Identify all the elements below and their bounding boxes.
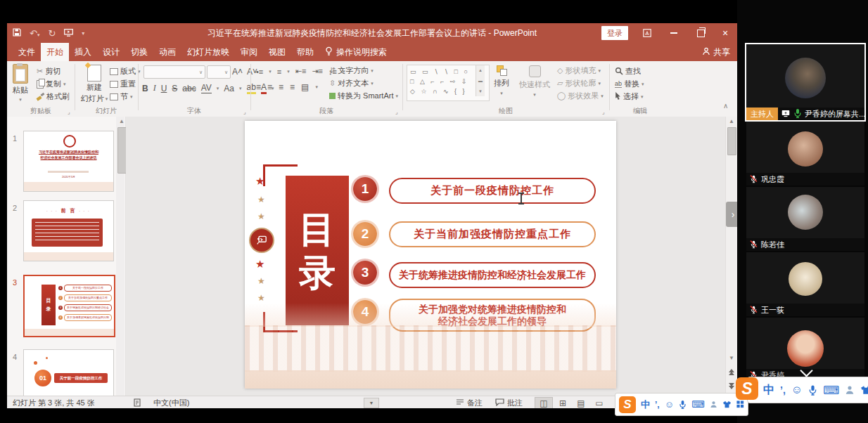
restore-button[interactable]: [689, 23, 713, 43]
char-spacing-button[interactable]: AV: [201, 83, 212, 93]
scrollbar-thumb[interactable]: [727, 127, 736, 155]
previous-slide-button[interactable]: [726, 368, 737, 376]
emoji-icon[interactable]: ☺: [791, 384, 803, 396]
collapse-ribbon-icon[interactable]: ∧: [723, 102, 728, 110]
chinese-mode-icon[interactable]: 中: [763, 383, 774, 398]
emoji-icon[interactable]: ☺: [665, 399, 674, 410]
select-button[interactable]: 选择▾: [615, 91, 644, 102]
voice-input-icon[interactable]: [808, 384, 817, 396]
slide-thumbnail-2[interactable]: · · · 前 言 · · ·: [23, 200, 114, 261]
layout-button[interactable]: 版式▾: [110, 66, 141, 77]
highlight-button[interactable]: ab: [247, 82, 256, 94]
participant-tile[interactable]: 巩忠霞: [746, 122, 864, 186]
keyboard-icon[interactable]: ⌨: [691, 399, 705, 410]
clear-format-button[interactable]: abc: [182, 84, 196, 93]
align-center-button[interactable]: ≡: [267, 82, 272, 92]
minimize-button[interactable]: [662, 23, 686, 43]
find-button[interactable]: 查找: [615, 66, 641, 77]
keyboard-icon[interactable]: ⌨: [823, 384, 839, 397]
skin-shirt-icon[interactable]: [722, 401, 732, 408]
comments-toggle[interactable]: 批注: [495, 396, 523, 408]
reading-view-button[interactable]: ▤: [573, 398, 589, 409]
font-name-combobox[interactable]: ∨: [143, 65, 205, 79]
undo-icon[interactable]: ↶▾: [30, 28, 39, 39]
toc-number-3[interactable]: 3: [353, 261, 377, 285]
slide-thumbnail-3-selected[interactable]: 目录 1关于前一段疫情防控工作 2关于当前加强疫情防控重点工作 3关于统筹推进疫…: [23, 275, 115, 337]
bullets-button[interactable]: •≡: [256, 67, 263, 76]
dialog-launcher-icon[interactable]: ⌟: [602, 109, 605, 115]
columns-button[interactable]: ▤: [301, 82, 309, 92]
tab-review[interactable]: 审阅: [235, 43, 263, 61]
toc-item-3[interactable]: 关于统筹推进疫情防控和经济社会发展工作: [389, 262, 596, 288]
slideshow-view-button[interactable]: ▭: [591, 398, 608, 409]
strikethrough-button[interactable]: S: [172, 84, 177, 93]
slide-thumbnail-1[interactable]: 习近平在统筹推进新冠肺炎疫情防控和 经济社会发展工作部署会议上的讲话 2020年…: [23, 131, 114, 192]
scroll-up-icon[interactable]: ▲: [726, 117, 737, 126]
dialog-launcher-icon[interactable]: ⌟: [68, 109, 70, 115]
tell-me-search[interactable]: 操作说明搜索: [325, 43, 387, 61]
pane-collapse-button[interactable]: ▼: [364, 398, 379, 408]
voice-input-icon[interactable]: [679, 400, 687, 409]
tab-transitions[interactable]: 切换: [125, 43, 153, 61]
cut-button[interactable]: ✂剪切: [37, 66, 60, 77]
shape-fill-button[interactable]: ◇形状填充▾: [557, 65, 601, 76]
tab-insert[interactable]: 插入: [69, 43, 97, 61]
align-left-button[interactable]: ≡: [256, 82, 261, 92]
underline-button[interactable]: U: [161, 84, 167, 93]
punctuation-icon[interactable]: ’,: [655, 400, 660, 410]
toc-item-1[interactable]: 关于前一段疫情防控工作: [389, 178, 596, 204]
participant-tile-host[interactable]: 主持人 尹香婷的屏幕共...: [746, 44, 864, 120]
tab-file[interactable]: 文件: [13, 43, 41, 61]
punctuation-icon[interactable]: ’,: [780, 384, 786, 396]
normal-view-button[interactable]: ◫: [535, 397, 553, 409]
shapes-gallery-scrollbar[interactable]: ▲▬▼: [476, 65, 485, 96]
dialog-launcher-icon[interactable]: ⌟: [243, 109, 246, 115]
justify-button[interactable]: ≡: [290, 82, 295, 92]
increase-indent-button[interactable]: ⇥≡: [312, 67, 323, 76]
tab-home[interactable]: 开始: [41, 43, 69, 61]
format-painter-button[interactable]: 格式刷: [37, 91, 70, 102]
participant-tile[interactable]: 陈若佳: [746, 187, 864, 251]
tab-help[interactable]: 帮助: [291, 43, 319, 61]
shape-effects-button[interactable]: ◯形状效果▾: [557, 91, 604, 101]
tab-design[interactable]: 设计: [97, 43, 125, 61]
input-skin-person-icon[interactable]: [710, 401, 717, 408]
scroll-down-icon[interactable]: ▼: [726, 353, 737, 363]
dialog-launcher-icon[interactable]: ⌟: [395, 109, 398, 115]
decrease-indent-button[interactable]: ⇤≡: [295, 67, 307, 76]
skin-shirt-icon[interactable]: [860, 385, 868, 395]
chinese-mode-icon[interactable]: 中: [641, 398, 650, 411]
copy-button[interactable]: 复制▾: [37, 79, 66, 89]
change-case-button[interactable]: Aa: [224, 84, 234, 93]
customize-qat-icon[interactable]: ▾: [82, 30, 84, 37]
text-direction-button[interactable]: ⇵文字方向▾: [329, 65, 374, 76]
sogou-logo-icon[interactable]: S: [736, 377, 758, 400]
new-slide-button[interactable]: 新建 幻灯片▾: [79, 65, 110, 104]
toc-number-2[interactable]: 2: [353, 222, 377, 246]
tab-animations[interactable]: 动画: [153, 43, 181, 61]
smartart-button[interactable]: 转换为 SmartArt▾: [329, 91, 398, 101]
toc-item-2[interactable]: 关于当前加强疫情防控重点工作: [389, 221, 596, 247]
slide-scrollbar[interactable]: ▲ ▼: [725, 117, 737, 396]
italic-button[interactable]: I: [153, 83, 156, 93]
shape-outline-button[interactable]: ▱形状轮廓▾: [557, 78, 601, 89]
arrange-button[interactable]: 排列 ▾: [494, 65, 509, 96]
ribbon-display-options-button[interactable]: [635, 23, 659, 43]
participant-tile[interactable]: 王一荻: [746, 252, 864, 316]
save-icon[interactable]: [13, 27, 21, 39]
slide-sorter-view-button[interactable]: ⊞: [554, 398, 571, 409]
close-button[interactable]: ×: [713, 23, 737, 43]
tab-slideshow[interactable]: 幻灯片放映: [181, 43, 235, 61]
thumbnail-scrollbar[interactable]: ▲: [116, 117, 125, 396]
reset-button[interactable]: 重置: [110, 79, 136, 89]
sogou-logo-icon[interactable]: S: [619, 396, 636, 413]
align-text-button[interactable]: ⇳对齐文本▾: [329, 78, 374, 89]
start-slideshow-icon[interactable]: [64, 27, 73, 39]
numbering-button[interactable]: ≡: [277, 67, 281, 76]
slide-thumbnail-4[interactable]: 01 关于前一段疫情防控工作: [23, 349, 114, 396]
font-size-buttons[interactable]: A˄A˅: [232, 67, 257, 77]
align-right-button[interactable]: ≡: [279, 82, 283, 92]
replace-button[interactable]: ab替换▾: [615, 79, 644, 89]
share-button[interactable]: 共享: [702, 43, 730, 61]
language-indicator[interactable]: 中文(中国): [153, 396, 189, 408]
